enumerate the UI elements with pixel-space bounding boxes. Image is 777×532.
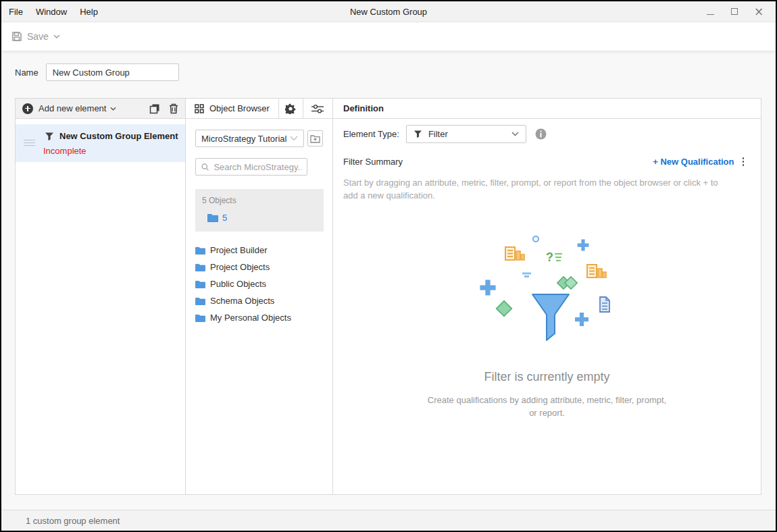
gear-icon (285, 103, 296, 114)
project-dropdown-value: MicroStrategy Tutorial (201, 134, 286, 144)
folder-icon (207, 213, 218, 222)
element-item-content: New Custom Group Element Incomplete (37, 131, 178, 156)
menu-help[interactable]: Help (80, 7, 98, 17)
title-bar: File Window Help New Custom Group × (1, 1, 776, 22)
drag-handle[interactable] (24, 131, 37, 156)
tab-object-browser-label: Object Browser (209, 103, 270, 113)
add-element-button[interactable]: Add new element (39, 103, 106, 113)
folder-list: Project Builder Project Objects Public O… (195, 242, 323, 326)
folder-icon (195, 314, 205, 322)
folder-item-label: Schema Objects (210, 296, 274, 306)
new-qualification-button[interactable]: + New Qualification (653, 157, 734, 167)
element-type-dropdown[interactable]: Filter (406, 125, 526, 143)
project-dropdown[interactable]: MicroStrategy Tutorial (195, 130, 304, 147)
folder-item-label: Project Objects (210, 262, 270, 272)
content-area: Name Add new element (1, 51, 776, 531)
filter-funnel-icon (413, 130, 422, 138)
object-count-label: 5 Objects (202, 196, 317, 205)
folder-item-label: My Personal Objects (210, 313, 291, 323)
minimize-icon[interactable] (705, 7, 715, 16)
definition-body: Element Type: Filter (333, 119, 761, 494)
current-folder-row[interactable]: 5 (202, 213, 317, 223)
definition-header: Definition (333, 99, 761, 119)
folder-item[interactable]: Project Builder (195, 242, 323, 259)
info-icon[interactable] (535, 128, 547, 140)
folder-item[interactable]: Schema Objects (195, 292, 323, 309)
save-button[interactable]: Save (11, 31, 60, 42)
duplicate-icon[interactable] (149, 103, 160, 114)
name-row: Name (15, 63, 179, 81)
add-element-plus-icon (22, 103, 33, 114)
app-window: File Window Help New Custom Group × Save (0, 0, 777, 532)
elements-panel-header: Add new element (16, 99, 185, 119)
tab-display-options[interactable] (303, 99, 332, 118)
sliders-icon (311, 104, 324, 113)
window-title: New Custom Group (1, 7, 776, 17)
tab-object-browser[interactable]: Object Browser (186, 99, 278, 118)
menu-file[interactable]: File (9, 7, 23, 17)
maximize-icon[interactable] (730, 7, 739, 16)
window-controls: × (705, 7, 776, 16)
filter-funnel-icon (45, 132, 54, 141)
filter-empty-illustration: ? (470, 228, 625, 343)
filter-hint-text: Start by dragging an attribute, metric, … (343, 176, 734, 202)
element-type-value: Filter (428, 129, 448, 139)
object-browser-body: MicroStrategy Tutorial (186, 119, 332, 326)
folder-up-button[interactable] (307, 130, 323, 147)
more-options-icon[interactable] (741, 156, 746, 167)
svg-text:?: ? (546, 250, 553, 264)
folder-item-label: Public Objects (210, 279, 266, 289)
element-type-label: Element Type: (343, 129, 399, 139)
chevron-down-icon (290, 136, 298, 141)
search-box (195, 158, 307, 176)
folder-icon (195, 297, 205, 305)
filter-empty-state: ? (333, 228, 761, 419)
search-icon (201, 163, 209, 171)
grid-icon (195, 104, 204, 113)
trash-icon[interactable] (169, 103, 178, 114)
folder-item-label: Project Builder (210, 245, 268, 255)
menu-bar: File Window Help (1, 7, 98, 17)
current-folder-box: 5 Objects 5 (195, 189, 324, 232)
name-input[interactable] (46, 63, 179, 81)
status-bar: 1 custom group element (1, 510, 776, 531)
folder-up-icon (310, 134, 320, 143)
save-floppy-icon (11, 31, 22, 42)
folder-item[interactable]: Project Objects (195, 259, 323, 275)
folder-item[interactable]: My Personal Objects (195, 309, 323, 326)
element-status-badge: Incomplete (43, 146, 178, 156)
folder-icon (195, 263, 205, 271)
empty-state-subtitle: Create qualifications by adding attribut… (423, 394, 672, 419)
object-browser-panel: Object Browser (186, 99, 333, 494)
definition-panel: Definition Element Type: Filter (333, 99, 761, 494)
folder-icon (195, 280, 205, 288)
chevron-down-icon (53, 34, 60, 38)
elements-panel: Add new element (16, 99, 186, 494)
chevron-down-icon[interactable] (110, 107, 116, 111)
search-input[interactable] (214, 162, 301, 172)
filter-summary-label: Filter Summary (343, 157, 403, 167)
object-browser-tabs: Object Browser (186, 99, 332, 119)
empty-state-title: Filter is currently empty (333, 370, 761, 384)
chevron-down-icon (511, 132, 519, 136)
tab-settings-gear[interactable] (278, 99, 303, 118)
folder-item[interactable]: Public Objects (195, 275, 323, 292)
toolbar: Save (1, 22, 776, 51)
menu-window[interactable]: Window (36, 7, 67, 17)
name-label: Name (15, 68, 39, 78)
save-button-label: Save (27, 31, 49, 42)
element-item-title: New Custom Group Element (59, 131, 178, 141)
folder-icon (195, 246, 205, 255)
editor-panels: Add new element (15, 98, 761, 495)
close-icon[interactable]: × (754, 7, 763, 16)
custom-group-element-item[interactable]: New Custom Group Element Incomplete (16, 124, 185, 162)
status-bar-text: 1 custom group element (26, 516, 120, 526)
current-folder-label: 5 (222, 213, 227, 223)
